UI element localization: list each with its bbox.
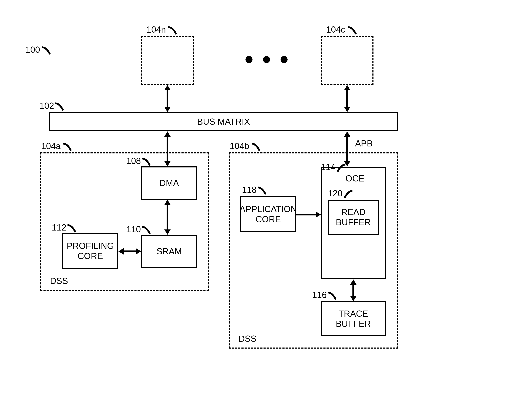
dma-label: DMA: [159, 178, 179, 188]
ref-110: 110: [126, 224, 141, 234]
ref-108: 108: [126, 156, 141, 166]
dss-left-label: DSS: [50, 276, 68, 286]
trace-buffer-box: TRACE BUFFER: [321, 301, 386, 336]
ellipsis-dots: [246, 56, 287, 63]
app-core-label: APPLICATION CORE: [240, 204, 297, 224]
ref-102-tick: [54, 102, 65, 112]
dot: [263, 56, 270, 63]
sram-box: SRAM: [141, 235, 197, 268]
ref-104a: 104a: [41, 141, 61, 151]
svg-marker-10: [344, 131, 350, 137]
ref-100: 100: [25, 45, 40, 55]
oce-label: OCE: [345, 173, 364, 184]
ref-104b-tick: [251, 142, 261, 152]
svg-marker-4: [344, 85, 350, 90]
ref-104c: 104c: [326, 25, 345, 35]
svg-marker-7: [164, 131, 171, 137]
top-box-104n: [141, 36, 194, 85]
read-buffer-label: READ BUFFER: [336, 207, 371, 227]
svg-marker-1: [164, 85, 171, 90]
ref-104b: 104b: [230, 141, 249, 151]
ref-104c-tick: [347, 25, 358, 36]
dot: [246, 56, 253, 63]
ref-118: 118: [242, 185, 256, 195]
ref-104n: 104n: [147, 25, 166, 35]
ref-104n-tick: [167, 25, 178, 36]
ref-102: 102: [39, 101, 54, 111]
svg-marker-2: [164, 107, 171, 112]
bus-matrix-box: BUS MATRIX: [49, 112, 398, 131]
profiling-core-label: PROFILING CORE: [67, 241, 114, 261]
top-box-104c: [321, 36, 374, 85]
ref-120: 120: [328, 188, 343, 199]
arrow-104c-bus: [342, 85, 353, 112]
read-buffer-box: READ BUFFER: [328, 200, 379, 235]
sram-label: SRAM: [157, 246, 182, 256]
trace-buffer-label: TRACE BUFFER: [336, 309, 371, 329]
arrow-104n-bus: [162, 85, 173, 112]
bus-matrix-label: BUS MATRIX: [197, 117, 250, 127]
ref-112: 112: [52, 222, 66, 233]
dot: [281, 56, 287, 63]
dss-right-label: DSS: [238, 334, 256, 344]
ref-104a-tick: [62, 142, 73, 152]
ref-100-tick: [41, 46, 52, 56]
app-core-box: APPLICATION CORE: [240, 196, 296, 232]
profiling-core-box: PROFILING CORE: [62, 233, 118, 269]
ref-116: 116: [312, 290, 327, 300]
ref-114: 114: [321, 162, 335, 172]
apb-label: APB: [355, 138, 373, 149]
svg-marker-5: [344, 107, 350, 112]
diagram-canvas: 100 104n 104c BUS MATRIX 102 APB: [0, 0, 532, 416]
dma-box: DMA: [141, 166, 197, 200]
